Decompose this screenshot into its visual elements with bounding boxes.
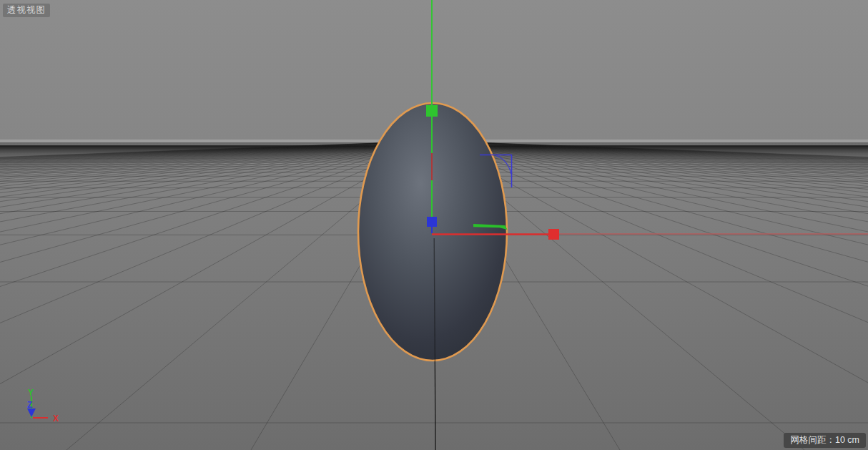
grid-spacing-label: 网格间距：10 cm xyxy=(784,433,866,448)
z-scale-handle[interactable] xyxy=(427,217,437,227)
world-y-axis-label: Y xyxy=(28,388,34,398)
world-x-axis-label: X xyxy=(53,414,59,424)
world-axis-gizmo: Y Z X xyxy=(27,388,59,424)
view-name-label[interactable]: 透视视图 xyxy=(3,4,50,17)
x-scale-handle[interactable] xyxy=(548,229,559,240)
scene-canvas[interactable]: Y Z X xyxy=(0,0,868,450)
world-z-axis-label: Z xyxy=(27,400,32,410)
y-scale-handle[interactable] xyxy=(426,105,438,117)
perspective-viewport[interactable]: Y Z X 透视视图 网格间距：10 cm xyxy=(0,0,868,450)
